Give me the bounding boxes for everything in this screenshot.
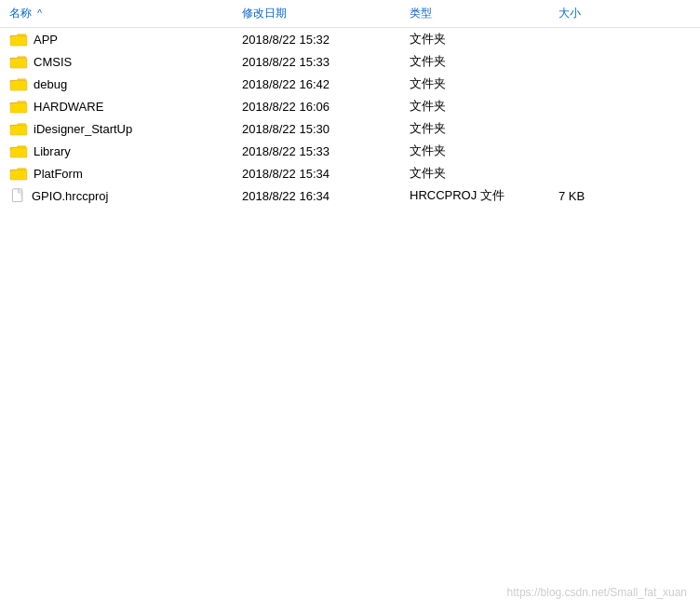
file-size: 7 KB [559, 189, 652, 203]
file-name-cell: CMSIS [0, 54, 242, 69]
file-name-cell: APP [0, 32, 242, 47]
col-date-header[interactable]: 修改日期 [242, 6, 410, 21]
table-row[interactable]: Library 2018/8/22 15:33 文件夹 [0, 140, 700, 162]
folder-icon [9, 99, 28, 114]
folder-icon [9, 121, 28, 136]
table-header: 名称 ^ 修改日期 类型 大小 [0, 0, 700, 28]
file-name: debug [34, 77, 67, 91]
file-date: 2018/8/22 16:42 [242, 77, 410, 91]
folder-icon [9, 166, 28, 181]
file-icon [9, 188, 26, 203]
table-row[interactable]: iDesigner_StartUp 2018/8/22 15:30 文件夹 [0, 117, 700, 140]
svg-rect-2 [10, 80, 27, 90]
col-name-header[interactable]: 名称 ^ [0, 6, 242, 21]
file-type: 文件夹 [410, 98, 559, 115]
file-date: 2018/8/22 16:34 [242, 189, 410, 203]
svg-rect-3 [10, 102, 27, 113]
table-row[interactable]: APP 2018/8/22 15:32 文件夹 [0, 28, 700, 50]
file-name-cell: HARDWARE [0, 99, 242, 114]
file-name: Library [34, 144, 71, 158]
folder-icon [9, 54, 28, 69]
file-name: HARDWARE [34, 100, 103, 114]
file-name-cell: GPIO.hrccproj [0, 188, 242, 203]
folder-icon [9, 32, 28, 47]
file-name: CMSIS [34, 55, 72, 69]
table-row[interactable]: CMSIS 2018/8/22 15:33 文件夹 [0, 50, 700, 73]
table-row[interactable]: debug 2018/8/22 16:42 文件夹 [0, 73, 700, 95]
file-type: 文件夹 [410, 143, 559, 159]
file-explorer: 名称 ^ 修改日期 类型 大小 APP 2018/8/22 15:32 文件夹 [0, 0, 700, 612]
file-type: 文件夹 [410, 53, 559, 70]
file-name: PlatForm [34, 167, 83, 181]
file-type: HRCCPROJ 文件 [410, 187, 559, 204]
file-name: APP [34, 33, 58, 47]
file-type: 文件夹 [410, 120, 559, 137]
file-type: 文件夹 [410, 31, 559, 48]
file-type: 文件夹 [410, 75, 559, 92]
folder-icon [9, 143, 28, 158]
file-date: 2018/8/22 15:34 [242, 167, 410, 181]
file-list: APP 2018/8/22 15:32 文件夹 CMSIS 2018/8/22 … [0, 28, 700, 207]
file-name-cell: PlatForm [0, 166, 242, 181]
svg-rect-1 [10, 58, 27, 68]
table-row[interactable]: HARDWARE 2018/8/22 16:06 文件夹 [0, 95, 700, 117]
file-date: 2018/8/22 15:32 [242, 33, 410, 47]
col-size-header[interactable]: 大小 [559, 6, 652, 21]
file-name-cell: debug [0, 76, 242, 91]
table-row[interactable]: GPIO.hrccproj 2018/8/22 16:34 HRCCPROJ 文… [0, 184, 700, 207]
col-type-header[interactable]: 类型 [410, 6, 559, 21]
file-date: 2018/8/22 16:06 [242, 100, 410, 114]
file-name: GPIO.hrccproj [32, 189, 108, 203]
svg-rect-6 [10, 170, 27, 180]
file-date: 2018/8/22 15:33 [242, 144, 410, 158]
file-type: 文件夹 [410, 165, 559, 182]
watermark: https://blog.csdn.net/Small_fat_xuan [507, 586, 687, 599]
file-name: iDesigner_StartUp [34, 122, 132, 136]
file-date: 2018/8/22 15:30 [242, 122, 410, 136]
file-name-cell: iDesigner_StartUp [0, 121, 242, 136]
file-name-cell: Library [0, 143, 242, 158]
svg-rect-5 [10, 147, 27, 157]
folder-icon [9, 76, 28, 91]
file-date: 2018/8/22 15:33 [242, 55, 410, 69]
svg-rect-0 [10, 35, 27, 46]
table-row[interactable]: PlatForm 2018/8/22 15:34 文件夹 [0, 162, 700, 184]
svg-rect-4 [10, 125, 27, 135]
